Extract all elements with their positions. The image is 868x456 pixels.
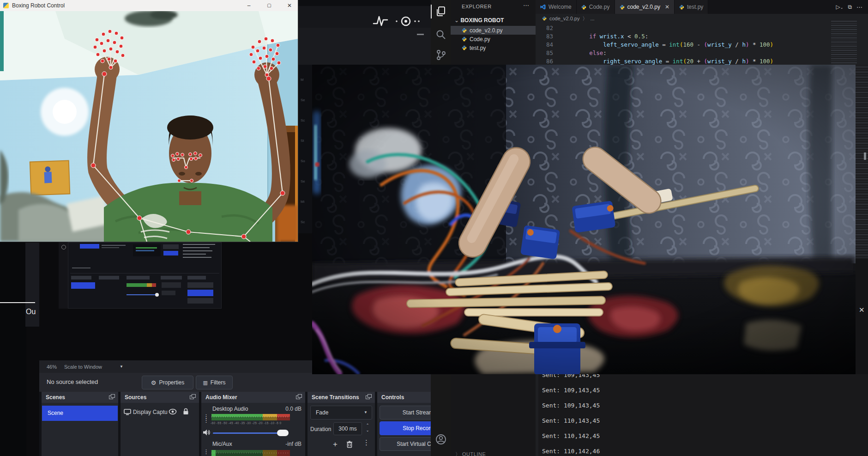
code-line[interactable]: 84 left_servo_angle = int(160 - (wrist_y… xyxy=(536,41,868,49)
chevron-right-icon: 〉 xyxy=(582,15,587,22)
trash-icon[interactable] xyxy=(346,441,353,448)
obs-source-toolbar: No source selected ⚙ Properties ▥ Filter… xyxy=(39,373,466,392)
mini-gear-icon xyxy=(61,245,66,249)
select-caret-icon: ▼ xyxy=(364,406,368,419)
python-file-icon xyxy=(462,45,467,50)
pulse-waveform-icon[interactable] xyxy=(373,15,389,27)
track-menu-icon[interactable]: ⋮⋮ xyxy=(203,415,209,422)
source-name: Display Captu xyxy=(133,409,168,415)
terminal-line: Sent: 109,143,45 xyxy=(542,387,600,396)
obs-display-capture-mini xyxy=(68,242,222,309)
explorer-title: EXPLORER xyxy=(462,4,492,9)
popout-icon[interactable] xyxy=(190,394,196,400)
robot-photo-overlay xyxy=(312,65,856,374)
record-target-icon[interactable] xyxy=(395,16,422,27)
eye-visibility-icon[interactable] xyxy=(169,408,177,415)
folder-row[interactable]: ⌄ BOXING ROBOT xyxy=(454,17,539,26)
no-source-label: No source selected xyxy=(47,378,98,385)
track-menu-icon[interactable]: ⋮ xyxy=(203,450,209,454)
overlay-close-icon[interactable]: ✕ xyxy=(859,306,865,313)
account-icon[interactable] xyxy=(435,433,447,445)
editor-more-actions-icon[interactable]: ⋯ xyxy=(856,4,862,11)
chevron-down-icon: ⌄ xyxy=(454,17,460,24)
python-file-icon xyxy=(542,16,547,21)
vscode-logo-icon xyxy=(540,4,546,10)
python-file-icon xyxy=(620,5,625,10)
divider-line xyxy=(0,302,35,303)
popout-icon[interactable] xyxy=(109,394,115,400)
scene-transitions-panel: Scene Transitions Fade ▼ Duration 300 ms… xyxy=(307,392,375,456)
minimize-dash-icon xyxy=(417,34,424,35)
file-item-selected[interactable]: code_v2.0.py xyxy=(451,26,536,35)
terminal-output[interactable]: Sent: 109,143,45 Sent: 109,143,45 Sent: … xyxy=(538,374,868,456)
scenes-header[interactable]: Scenes xyxy=(42,392,118,403)
audio-mixer-panel: Audio Mixer Desktop Audio 0.0 dB ⋮⋮ -60 … xyxy=(201,392,305,456)
explorer-menu-icon[interactable]: ⋯ xyxy=(523,2,529,9)
breadcrumb[interactable]: code_v2.0.py 〉 ... xyxy=(536,14,868,23)
popout-icon[interactable] xyxy=(366,394,372,400)
desktop: MSe ScSt SoSe MiSc StD SeSc Ou xyxy=(0,0,868,456)
gear-icon: ⚙ xyxy=(151,379,157,386)
meter-scale: -60 -55 -50 -45 -40 -35 -30 -25 -20 -15 … xyxy=(211,421,282,425)
app-icon xyxy=(3,3,9,8)
add-transition-button[interactable]: + xyxy=(330,439,340,450)
speaker-icon[interactable] xyxy=(203,429,211,436)
tab-welcome[interactable]: Welcome xyxy=(536,0,577,14)
boxing-robot-control-window: Boxing Robot Control – ▢ ✕ xyxy=(0,0,298,242)
minimize-button[interactable]: – xyxy=(241,0,257,11)
file-item[interactable]: Code.py xyxy=(451,35,536,43)
source-control-icon[interactable] xyxy=(435,49,447,61)
window-title: Boxing Robot Control xyxy=(12,2,65,9)
scale-mode[interactable]: Scale to Window xyxy=(64,364,102,370)
scrollbar-handle[interactable] xyxy=(864,152,866,160)
python-file-icon xyxy=(462,36,467,42)
minimap[interactable] xyxy=(831,19,857,65)
scene-list-item[interactable]: Scene xyxy=(42,406,118,421)
tab-bar: Welcome Code.py code_v2.0.py ✕ xyxy=(536,0,868,14)
audio-mixer-header[interactable]: Audio Mixer xyxy=(201,392,305,403)
tab-close-icon[interactable]: ✕ xyxy=(665,4,669,10)
tab-code-v2-active[interactable]: code_v2.0.py ✕ xyxy=(615,0,675,14)
code-line[interactable]: 83 if wrist.x < 0.5: xyxy=(536,32,868,41)
desktop-strip-top xyxy=(298,0,431,6)
terminal-line: Sent: 110,142,46 xyxy=(542,448,600,456)
lock-icon[interactable] xyxy=(183,408,189,415)
transition-select[interactable]: Fade ▼ xyxy=(310,406,372,420)
scenes-panel: Scenes Scene xyxy=(42,392,118,456)
split-editor-icon[interactable]: ⧉ xyxy=(848,4,852,10)
scene-transitions-header[interactable]: Scene Transitions xyxy=(307,392,375,403)
volume-slider[interactable] xyxy=(213,432,282,434)
transitions-menu-icon[interactable]: ⋮ xyxy=(363,441,370,444)
tab-code-py[interactable]: Code.py xyxy=(577,0,615,14)
file-item[interactable]: test.py xyxy=(451,43,536,52)
desktop-strip-lower xyxy=(298,28,431,65)
duration-stepper[interactable]: ⌃⌄ xyxy=(364,422,371,435)
popout-icon[interactable] xyxy=(296,394,302,400)
tab-test-py[interactable]: test.py xyxy=(675,0,708,14)
code-line[interactable]: 82 xyxy=(536,24,868,32)
source-list-item[interactable]: Display Captu xyxy=(121,407,199,418)
sources-header[interactable]: Sources xyxy=(121,392,199,403)
explorer-files-icon[interactable] xyxy=(435,6,447,18)
volume-meter xyxy=(211,414,290,420)
search-icon[interactable] xyxy=(435,29,447,41)
outline-section[interactable]: 〉 OUTLINE xyxy=(455,451,486,456)
active-indicator xyxy=(431,5,432,18)
maximize-button[interactable]: ▢ xyxy=(261,0,277,11)
close-button[interactable]: ✕ xyxy=(282,0,297,11)
chevron-right-icon: 〉 xyxy=(455,451,462,456)
code-line[interactable]: 85 else: xyxy=(536,49,868,57)
display-icon xyxy=(124,409,131,415)
python-file-icon xyxy=(679,5,684,10)
duration-input[interactable]: 300 ms xyxy=(333,422,362,435)
filters-button[interactable]: ▥ Filters xyxy=(196,376,233,389)
python-file-icon xyxy=(462,28,467,33)
duration-label: Duration xyxy=(310,426,331,432)
scale-mode-caret-icon[interactable]: ▼ xyxy=(120,365,123,369)
minimap-sliver[interactable] xyxy=(856,65,868,259)
run-button-icon[interactable]: ▷⌄ xyxy=(836,4,843,10)
properties-button[interactable]: ⚙ Properties xyxy=(142,376,193,389)
volume-slider-handle[interactable] xyxy=(277,430,289,436)
filters-icon: ▥ xyxy=(203,380,207,386)
track-name: Desktop Audio xyxy=(212,406,248,412)
